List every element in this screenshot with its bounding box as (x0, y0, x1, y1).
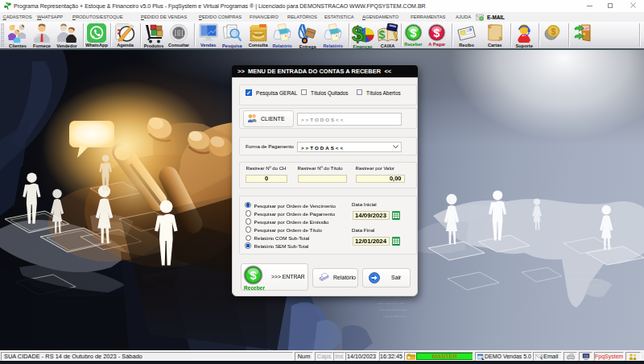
svg-text:01101001101: 01101001101 (380, 308, 408, 312)
svg-text:.........: ......... (597, 305, 621, 308)
svg-text:EXIT: EXIT (583, 27, 590, 31)
svg-text:101100101: 101100101 (383, 315, 406, 318)
svg-text:101100101101: 101100101101 (572, 278, 602, 281)
svg-text:$: $ (379, 28, 386, 41)
svg-text:$: $ (551, 27, 555, 36)
svg-text:$: $ (410, 27, 416, 39)
svg-text:1011001011010: 1011001011010 (562, 265, 595, 268)
svg-text:$: $ (352, 23, 364, 44)
svg-text:.........: ......... (597, 300, 621, 304)
svg-text:.........: ......... (597, 310, 621, 313)
svg-text:10110010110: 10110010110 (377, 302, 405, 305)
svg-text:$: $ (434, 27, 440, 39)
svg-text:0110100110: 0110100110 (576, 284, 602, 287)
svg-text:0110100110100: 0110100110100 (567, 271, 600, 275)
svg-text:.........: ......... (597, 296, 621, 299)
svg-text:$: $ (250, 269, 256, 282)
